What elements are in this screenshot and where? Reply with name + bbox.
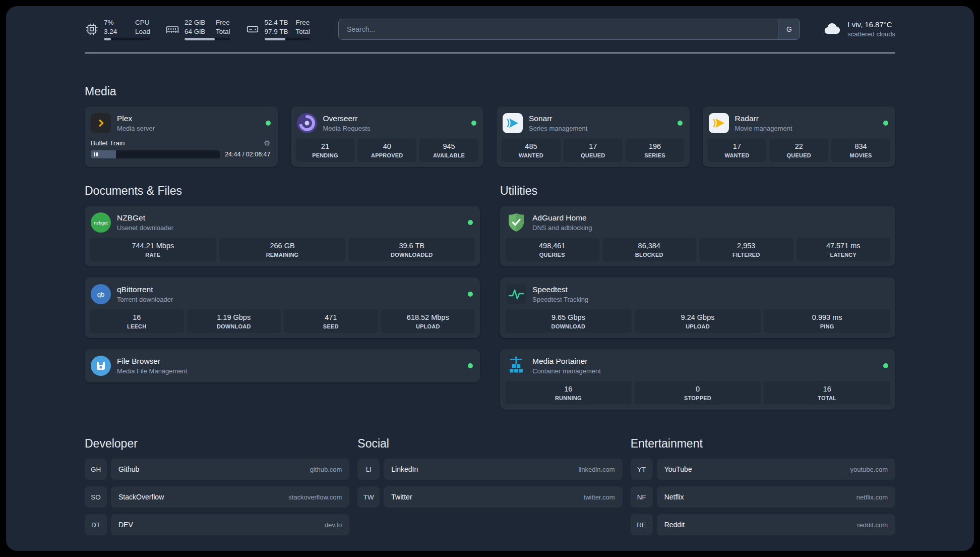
memory-monitor: 22 GiB 64 GiB Free Total bbox=[165, 18, 230, 40]
memory-free-label: Free bbox=[216, 18, 230, 27]
service-subtitle: DNS and adblocking bbox=[532, 224, 592, 232]
stat-label: STOPPED bbox=[637, 395, 759, 401]
bookmark-abbr: DT bbox=[85, 514, 107, 535]
plex-now-playing: Bullet Train ⚙ 24:44 / 02:06:47 bbox=[90, 138, 273, 158]
stat-label: REMAINING bbox=[221, 252, 344, 258]
service-link-radarr[interactable]: Radarr Movie management bbox=[708, 112, 891, 138]
service-card-qbittorrent: qb qBittorrent Torrent downloader 16LEEC… bbox=[85, 277, 480, 338]
service-subtitle: Usenet downloader bbox=[117, 224, 173, 232]
search-bar: G bbox=[338, 19, 800, 40]
stat-value: 266 GB bbox=[221, 242, 344, 250]
bookmark-youtube[interactable]: YT YouTubeyoutube.com bbox=[631, 459, 895, 480]
service-card-sonarr: Sonarr Series management 485WANTED 17QUE… bbox=[497, 106, 690, 167]
cpu-progress-track bbox=[104, 38, 150, 40]
search-input[interactable] bbox=[339, 19, 778, 39]
service-subtitle: Series management bbox=[529, 125, 587, 132]
memory-progress-fill bbox=[185, 38, 215, 40]
stat-box: 86,384BLOCKED bbox=[602, 238, 697, 261]
bookmark-abbr: SO bbox=[85, 486, 107, 508]
service-subtitle: Media server bbox=[117, 125, 155, 132]
bookmark-reddit[interactable]: RE Redditreddit.com bbox=[631, 514, 895, 535]
stat-value: 945 bbox=[421, 142, 476, 150]
service-link-overseerr[interactable]: Overseerr Media Requests bbox=[296, 112, 479, 138]
bookmark-github[interactable]: GH Githubgithub.com bbox=[85, 459, 349, 480]
service-title: qBittorrent bbox=[117, 285, 173, 295]
stat-box: 471SEED bbox=[284, 309, 378, 333]
qbittorrent-icon: qb bbox=[91, 284, 111, 304]
speedtest-icon bbox=[506, 284, 526, 304]
bookmark-name: Github bbox=[118, 465, 139, 473]
stat-label: APPROVED bbox=[359, 152, 414, 158]
portainer-icon bbox=[506, 356, 526, 376]
stat-label: AVAILABLE bbox=[421, 152, 476, 158]
bookmark-stackoverflow[interactable]: SO StackOverflowstackoverflow.com bbox=[85, 486, 349, 508]
stat-box: 834MOVIES bbox=[831, 138, 890, 162]
service-title: Overseerr bbox=[323, 114, 371, 124]
disk-free-value: 52.4 TB bbox=[265, 18, 288, 27]
bookmark-abbr: YT bbox=[631, 459, 653, 480]
bookmark-abbr: RE bbox=[631, 514, 653, 535]
bookmark-abbr: GH bbox=[85, 459, 107, 480]
stat-value: 39.6 TB bbox=[350, 242, 473, 250]
section-media: Media Plex Media server Bullet Train bbox=[85, 85, 895, 167]
search-provider-button[interactable]: G bbox=[778, 19, 800, 39]
svg-text:qb: qb bbox=[97, 291, 104, 298]
stat-label: SERIES bbox=[628, 152, 683, 158]
memory-progress-track bbox=[185, 38, 230, 40]
service-link-adguard[interactable]: AdGuard Home DNS and adblocking bbox=[505, 211, 890, 238]
sonarr-icon bbox=[503, 113, 523, 133]
weather-condition: scattered clouds bbox=[847, 30, 895, 39]
filebrowser-icon bbox=[91, 356, 111, 376]
service-link-portainer[interactable]: Media Portainer Container management bbox=[505, 354, 890, 381]
service-link-speedtest[interactable]: Speedtest Speedtest Tracking bbox=[505, 283, 890, 309]
service-link-sonarr[interactable]: Sonarr Series management bbox=[502, 112, 685, 138]
pause-icon[interactable] bbox=[94, 152, 98, 156]
bookmark-group-social: Social LI LinkedInlinkedin.com TW Twitte… bbox=[357, 437, 622, 542]
bookmark-url: stackoverflow.com bbox=[288, 493, 342, 501]
stat-box: 196SERIES bbox=[626, 138, 685, 162]
service-subtitle: Speedtest Tracking bbox=[532, 296, 588, 303]
playback-progress-bar[interactable] bbox=[91, 150, 220, 158]
service-card-speedtest: Speedtest Speedtest Tracking 9.65 GbpsDO… bbox=[500, 277, 895, 338]
status-dot bbox=[883, 363, 888, 368]
stat-value: 21 bbox=[298, 142, 353, 150]
stat-value: 834 bbox=[833, 142, 888, 150]
bookmark-url: dev.to bbox=[325, 521, 342, 529]
top-bar: 7% 3.24 CPU Load bbox=[85, 18, 895, 40]
section-title-developer: Developer bbox=[85, 437, 349, 451]
service-link-qbittorrent[interactable]: qb qBittorrent Torrent downloader bbox=[90, 283, 475, 309]
section-title-social: Social bbox=[357, 437, 622, 451]
gear-icon[interactable]: ⚙ bbox=[264, 139, 270, 147]
bookmark-linkedin[interactable]: LI LinkedInlinkedin.com bbox=[357, 459, 622, 480]
cpu-usage-label: CPU bbox=[135, 18, 150, 27]
bookmark-name: Twitter bbox=[391, 493, 412, 501]
service-link-plex[interactable]: Plex Media server bbox=[90, 112, 273, 138]
stat-label: RUNNING bbox=[507, 395, 630, 401]
stat-box: 9.65 GbpsDOWNLOAD bbox=[505, 309, 632, 333]
status-dot bbox=[471, 121, 476, 126]
service-card-radarr: Radarr Movie management 17WANTED 22QUEUE… bbox=[703, 106, 896, 167]
stat-label: BLOCKED bbox=[604, 252, 695, 258]
bookmark-name: StackOverflow bbox=[118, 493, 164, 501]
section-documents: Documents & Files nzbget NZBGet Usenet d… bbox=[85, 184, 480, 410]
status-dot bbox=[883, 121, 888, 126]
stat-value: 498,461 bbox=[507, 242, 597, 250]
bookmark-netflix[interactable]: NF Netflixnetflix.com bbox=[631, 486, 895, 508]
stat-box: 47.571 msLATENCY bbox=[797, 238, 891, 261]
bookmark-twitter[interactable]: TW Twittertwitter.com bbox=[357, 486, 622, 508]
stat-value: 196 bbox=[628, 142, 683, 150]
service-link-filebrowser[interactable]: File Browser Media File Management bbox=[90, 354, 475, 377]
stat-box: 498,461QUERIES bbox=[505, 238, 599, 261]
bookmark-abbr: LI bbox=[357, 459, 380, 480]
service-link-nzbget[interactable]: nzbget NZBGet Usenet downloader bbox=[90, 211, 475, 238]
overseerr-icon bbox=[297, 113, 317, 133]
bookmark-url: netflix.com bbox=[856, 493, 888, 501]
stat-value: 22 bbox=[771, 142, 826, 150]
service-subtitle: Movie management bbox=[735, 125, 792, 132]
stat-label: QUERIES bbox=[507, 252, 597, 258]
bookmark-dev[interactable]: DT DEVdev.to bbox=[85, 514, 349, 535]
dashboard: 7% 3.24 CPU Load bbox=[6, 6, 974, 551]
plex-icon bbox=[91, 113, 111, 133]
stat-box: 744.21 MbpsRATE bbox=[90, 238, 216, 261]
service-card-adguard: AdGuard Home DNS and adblocking 498,461Q… bbox=[500, 206, 895, 266]
